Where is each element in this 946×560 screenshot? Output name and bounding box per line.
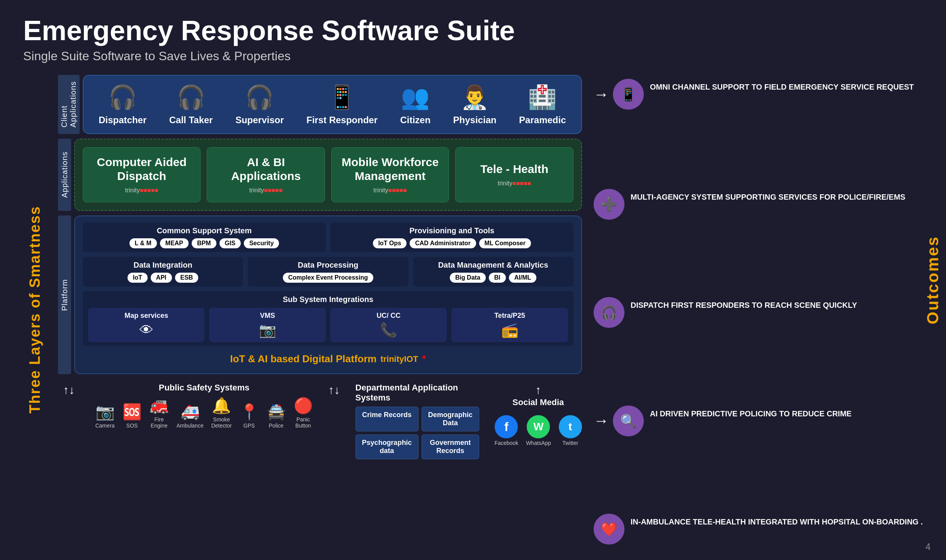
ambulance-label: Ambulance [177, 423, 204, 429]
whatsapp-label: WhatsApp [526, 440, 551, 446]
uccc-icon: 📞 [380, 322, 397, 338]
list-item: AI & BI Applications trinity■■■■■ [207, 147, 325, 202]
list-item: ❤️ IN-AMBULANCE TELE-HEALTH INTEGRATED W… [594, 514, 923, 545]
left-label: Three Layers of Smartness [23, 75, 46, 545]
client-layer: 🎧 Dispatcher 🎧 Call Taker 🎧 Supervisor [83, 75, 582, 134]
list-item: 🚒 Fire Engine [150, 397, 169, 429]
dept-systems: Departmental Application Systems Crime R… [356, 383, 479, 459]
tag-meap: MEAP [160, 238, 189, 248]
data-integration-title: Data Integration [88, 261, 238, 270]
client-apps-grid: 🎧 Dispatcher 🎧 Call Taker 🎧 Supervisor [95, 83, 570, 126]
list-item: 👨‍⚕️ Physician [453, 83, 497, 126]
tag-iotops: IoT Ops [373, 238, 407, 248]
telehealth-title: Tele - Health [480, 162, 548, 176]
list-item: 👥 Citizen [400, 83, 430, 126]
list-item: Psychographic data [356, 434, 419, 459]
supervisor-icon: 🎧 [245, 83, 274, 111]
list-item: Mobile Workforce Management trinity■■■■■ [331, 147, 449, 202]
social-arrow: ↑ [535, 384, 541, 397]
platform-layer-wrapper: Platform Common Support System L & M MEA… [58, 216, 582, 374]
provisioning-title: Provisioning and Tools [336, 226, 568, 235]
list-item: Crime Records [356, 407, 419, 431]
outcome-arrow-2: → [594, 412, 609, 429]
supervisor-label: Supervisor [235, 115, 284, 126]
list-item: 📱 First Responder [306, 83, 378, 126]
smoke-detector-icon: 🔔 [212, 397, 231, 415]
telehealth-brand: trinity■■■■■ [498, 179, 531, 187]
up-arrow-2: ↑↓ [328, 384, 340, 397]
page-number: 4 [926, 541, 931, 552]
mwm-title: Mobile Workforce Management [341, 155, 439, 183]
twitter-label: Twitter [562, 440, 578, 446]
outcome-icon-2: ➕ [594, 189, 624, 220]
data-management-group: Data Management & Analytics Big Data BI … [413, 257, 573, 287]
dispatcher-label: Dispatcher [99, 115, 146, 126]
main-title: Emergency Response Software Suite [23, 15, 923, 46]
provisioning-group: Provisioning and Tools IoT Ops CAD Admin… [330, 222, 573, 252]
list-item: 🎧 Dispatcher [99, 83, 146, 126]
tag-gis: GIS [219, 238, 241, 248]
list-item: 🚔 Police [267, 403, 286, 429]
outcomes-area: → 📱 OMNI CHANNEL SUPPORT TO FIELD EMERGE… [594, 75, 923, 545]
twitter-icon: t [559, 415, 582, 438]
main-subtitle: Single Suite Software to Save Lives & Pr… [23, 49, 923, 63]
data-integration-tags: IoT API ESB [88, 273, 238, 283]
list-item: Demographic Data [422, 407, 479, 431]
list-item: Tetra/P25 📻 [451, 308, 568, 342]
cad-title: Computer Aided Dispatch [92, 155, 191, 183]
list-item: W WhatsApp [526, 415, 551, 446]
outcome-text-5: IN-AMBULANCE TELE-HEALTH INTEGRATED WITH… [631, 514, 923, 527]
tetra-icon: 📻 [501, 322, 519, 338]
dept-title: Departmental Application Systems [356, 383, 479, 403]
data-management-tags: Big Data BI AI/ML [419, 273, 568, 283]
list-item: Computer Aided Dispatch trinity■■■■■ [83, 147, 201, 202]
social-icons: f Facebook W WhatsApp t Twitter [495, 415, 582, 446]
facebook-icon: f [495, 415, 518, 438]
bottom-section: ↑↓ Public Safety Systems 📷 Camera 🆘 SOS [58, 383, 582, 459]
vms-icon: 📷 [259, 322, 276, 338]
map-services-label: Map services [124, 312, 168, 320]
list-item: ➕ MULTI-AGENCY SYSTEM SUPPORTING SERVICE… [594, 189, 923, 220]
tag-aiml: AI/ML [509, 273, 537, 283]
outcome-icon-4: 🔍 [613, 406, 644, 436]
applications-layer: Computer Aided Dispatch trinity■■■■■ AI … [74, 139, 582, 211]
fire-engine-icon: 🚒 [150, 397, 169, 415]
tag-ml-composer: ML Composer [479, 238, 531, 248]
tag-lm: L & M [129, 238, 157, 248]
tag-iot: IoT [128, 273, 148, 283]
common-support-tags: L & M MEAP BPM GIS Security [88, 238, 320, 248]
data-processing-title: Data Processing [253, 261, 403, 270]
iot-brand: trinityIOT [380, 354, 418, 364]
content-area: Three Layers of Smartness ClientApplicat… [23, 75, 923, 545]
up-arrow-1: ↑↓ [58, 384, 80, 397]
citizen-label: Citizen [400, 115, 430, 126]
list-item: 📱 OMNI CHANNEL SUPPORT TO FIELD EMERGENC… [613, 79, 914, 110]
aibi-title: AI & BI Applications [216, 155, 315, 183]
call-taker-label: Call Taker [169, 115, 213, 126]
map-services-icon: 👁 [140, 322, 153, 338]
public-safety-icons: 📷 Camera 🆘 SOS 🚒 Fire Engine 🚑 [95, 397, 313, 429]
panic-button-label: Panic Button [294, 416, 313, 429]
dept-grid: Crime Records Demographic Data Psychogra… [356, 407, 479, 459]
apps-grid: Computer Aided Dispatch trinity■■■■■ AI … [83, 147, 573, 202]
tag-esb: ESB [175, 273, 199, 283]
camera-label: Camera [95, 423, 115, 429]
sub-system-title: Sub System Integrations [88, 295, 568, 304]
sub-system-row: Sub System Integrations Map services 👁 V… [83, 291, 573, 346]
police-icon: 🚔 [267, 403, 286, 421]
facebook-label: Facebook [495, 440, 518, 446]
data-processing-group: Data Processing Complex Event Processing [248, 257, 408, 287]
list-item: 🔴 Panic Button [294, 397, 313, 429]
fire-engine-label: Fire Engine [150, 416, 169, 429]
public-safety-title: Public Safety Systems [159, 383, 250, 393]
platform-layer-label: Platform [58, 216, 71, 374]
physician-icon: 👨‍⚕️ [460, 83, 489, 111]
outcome-text-1: OMNI CHANNEL SUPPORT TO FIELD EMERGENCY … [650, 79, 914, 92]
data-management-title: Data Management & Analytics [419, 261, 568, 270]
outcome-icon-5: ❤️ [594, 514, 624, 545]
call-taker-icon: 🎧 [177, 83, 206, 111]
platform-row-2: Data Integration IoT API ESB Data Proces… [83, 257, 573, 287]
vms-label: VMS [260, 312, 275, 320]
iot-asterisk: * [422, 353, 426, 365]
tag-cad-admin: CAD Administrator [410, 238, 476, 248]
